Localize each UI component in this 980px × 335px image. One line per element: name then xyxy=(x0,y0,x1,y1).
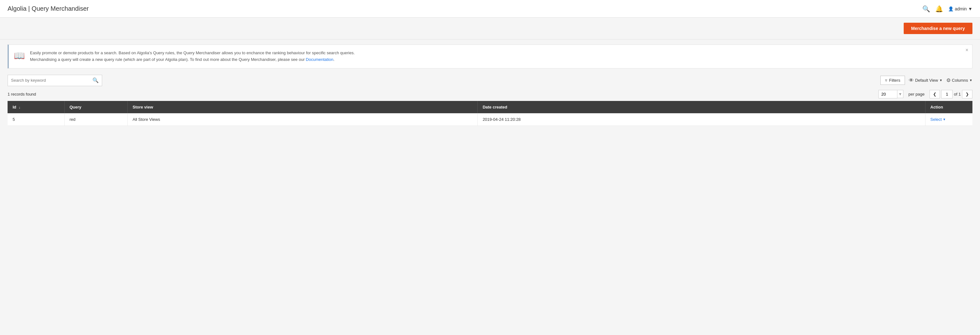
columns-chevron-icon: ▼ xyxy=(969,78,972,82)
search-box: 🔍 xyxy=(8,75,102,86)
filter-controls: ▿ Filters 👁 Default View ▼ ⚙ Columns ▼ xyxy=(880,76,972,85)
info-banner-line2: Merchandising a query will create a new … xyxy=(30,56,355,63)
per-page-input[interactable] xyxy=(878,90,897,99)
cell-query: red xyxy=(64,113,127,126)
prev-page-button[interactable]: ❮ xyxy=(929,90,940,99)
records-pagination-row: 1 records found ▿ per page ❮ of 1 ❯ xyxy=(8,90,972,99)
page-number-input[interactable] xyxy=(941,90,953,99)
table-header-row: Id ↓ Query Store view Date created Actio… xyxy=(8,101,972,113)
columns-label: Columns xyxy=(952,78,968,83)
action-chevron-icon: ▼ xyxy=(943,118,946,121)
cell-action: Select ▼ xyxy=(925,113,972,126)
info-banner-close-button[interactable]: × xyxy=(966,47,968,53)
eye-icon: 👁 xyxy=(909,78,914,83)
main-content: 📖 Easily promote or demote products for … xyxy=(0,40,980,131)
sort-icon: ↓ xyxy=(19,105,21,109)
table-header: Id ↓ Query Store view Date created Actio… xyxy=(8,101,972,113)
cell-date-created: 2019-04-24 11:20:28 xyxy=(477,113,925,126)
columns-button[interactable]: ⚙ Columns ▼ xyxy=(946,77,972,83)
info-banner: 📖 Easily promote or demote products for … xyxy=(8,45,972,69)
cell-id: 5 xyxy=(8,113,64,126)
col-date-created-label: Date created xyxy=(483,105,508,110)
per-page-label: per page xyxy=(908,92,924,97)
info-banner-line2-after: . xyxy=(333,57,334,62)
page-of-label: of 1 xyxy=(954,92,961,97)
records-found: 1 records found xyxy=(8,92,36,97)
header: Algolia | Query Merchandiser 🔍 🔔 👤 admin… xyxy=(0,0,980,18)
data-table: Id ↓ Query Store view Date created Actio… xyxy=(8,101,972,126)
info-banner-text: Easily promote or demote products for a … xyxy=(30,50,355,63)
bell-icon[interactable]: 🔔 xyxy=(935,5,943,13)
search-input[interactable] xyxy=(8,78,89,83)
book-icon: 📖 xyxy=(14,51,25,61)
view-label: Default View xyxy=(915,78,938,83)
col-action-label: Action xyxy=(931,105,943,110)
per-page-select: ▿ xyxy=(878,90,904,99)
col-header-id[interactable]: Id ↓ xyxy=(8,101,64,113)
toolbar: Merchandise a new query xyxy=(0,18,980,40)
user-menu[interactable]: 👤 admin ▼ xyxy=(948,6,972,11)
col-query-label: Query xyxy=(70,105,82,110)
col-store-view-label: Store view xyxy=(133,105,153,110)
col-header-query[interactable]: Query xyxy=(64,101,127,113)
page-nav: ❮ of 1 ❯ xyxy=(929,90,972,99)
filter-icon: ▿ xyxy=(885,78,887,83)
page-title: Algolia | Query Merchandiser xyxy=(8,5,89,12)
filters-label: Filters xyxy=(889,78,900,83)
search-icon: 🔍 xyxy=(92,78,99,83)
user-icon: 👤 xyxy=(948,6,953,11)
action-select-button[interactable]: Select ▼ xyxy=(931,117,968,122)
pagination-controls: ▿ per page ❮ of 1 ❯ xyxy=(878,90,972,99)
search-icon[interactable]: 🔍 xyxy=(922,5,930,13)
gear-icon: ⚙ xyxy=(946,77,951,83)
view-toggle[interactable]: 👁 Default View ▼ xyxy=(909,78,942,83)
documentation-link[interactable]: Documentation xyxy=(306,57,333,62)
info-banner-line2-before: Merchandising a query will create a new … xyxy=(30,57,306,62)
col-id-label: Id xyxy=(13,105,16,110)
table-row: 5 red All Store Views 2019-04-24 11:20:2… xyxy=(8,113,972,126)
user-label: admin xyxy=(955,6,967,11)
col-header-date-created[interactable]: Date created xyxy=(477,101,925,113)
action-select-label: Select xyxy=(931,117,942,122)
col-header-store-view[interactable]: Store view xyxy=(127,101,477,113)
search-filter-row: 🔍 ▿ Filters 👁 Default View ▼ ⚙ Columns ▼ xyxy=(8,75,972,86)
user-dropdown-icon: ▼ xyxy=(968,6,972,11)
view-chevron-icon: ▼ xyxy=(939,78,942,82)
next-page-button[interactable]: ❯ xyxy=(962,90,972,99)
table-body: 5 red All Store Views 2019-04-24 11:20:2… xyxy=(8,113,972,126)
merchandise-new-query-button[interactable]: Merchandise a new query xyxy=(904,23,972,34)
cell-store-view: All Store Views xyxy=(127,113,477,126)
col-header-action[interactable]: Action xyxy=(925,101,972,113)
header-actions: 🔍 🔔 👤 admin ▼ xyxy=(922,5,972,13)
search-button[interactable]: 🔍 xyxy=(89,77,102,83)
per-page-dropdown-button[interactable]: ▿ xyxy=(897,90,904,98)
filters-button[interactable]: ▿ Filters xyxy=(880,76,905,85)
info-banner-line1: Easily promote or demote products for a … xyxy=(30,50,355,56)
